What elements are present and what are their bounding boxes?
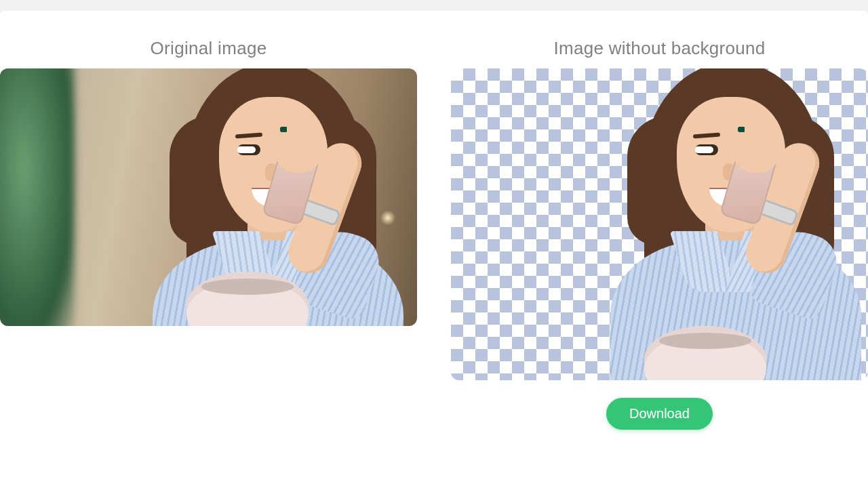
removed-heading: Image without background: [553, 38, 765, 59]
comparison-columns: Original image: [0, 38, 868, 430]
original-image-preview: [0, 68, 417, 326]
person-subject-cutout: [570, 68, 868, 380]
plant-blur: [0, 68, 75, 326]
removed-bg-image-preview: [451, 68, 868, 380]
original-heading: Original image: [151, 38, 267, 59]
person-subject: [112, 68, 417, 326]
download-button[interactable]: Download: [606, 398, 713, 430]
removed-bg-column: Image without background: [451, 38, 868, 430]
original-column: Original image: [0, 38, 417, 326]
page-card: Original image: [0, 11, 868, 488]
